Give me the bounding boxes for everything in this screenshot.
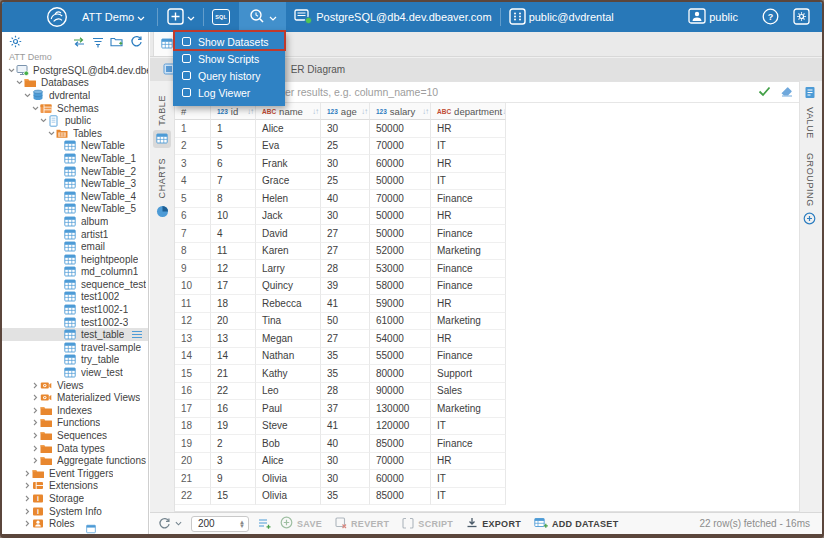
schema-selector[interactable]: public@dvdrental (505, 2, 618, 32)
chevron-open-icon[interactable] (22, 93, 32, 98)
grid-cell[interactable]: 60000 (370, 470, 431, 488)
refresh-icon[interactable] (130, 34, 143, 52)
grid-cell[interactable]: Finance (431, 190, 506, 208)
tree-item-materialized-views[interactable]: Materialized Views (2, 391, 148, 404)
tree-item-tables[interactable]: Tables (2, 127, 148, 140)
sort-icon[interactable]: ↓↑ (361, 107, 369, 116)
chevron-open-icon[interactable] (46, 131, 56, 136)
checkbox-icon[interactable] (182, 37, 191, 46)
stepper-arrows-icon[interactable]: ▲▼ (239, 520, 248, 528)
grid-cell[interactable]: Karen (256, 243, 321, 261)
tree-item-album[interactable]: album (2, 215, 148, 228)
grid-cell[interactable]: 25 (321, 173, 370, 191)
grid-cell[interactable]: 35 (321, 488, 370, 506)
checkbox-icon[interactable] (182, 71, 191, 80)
grid-cell[interactable]: HR (431, 453, 506, 471)
chevron-closed-icon[interactable] (30, 394, 40, 401)
grid-cell[interactable]: 41 (321, 418, 370, 436)
grid-cell[interactable]: 50000 (370, 173, 431, 191)
grid-cell[interactable]: 18 (211, 295, 256, 313)
tree-item-sequence-test[interactable]: sequence_test (2, 278, 148, 291)
grid-cell[interactable]: Sales (431, 383, 506, 401)
tree-item-data-types[interactable]: Data types (2, 442, 148, 455)
tools-menu-button[interactable] (239, 2, 286, 32)
grid-cell[interactable]: 15 (211, 488, 256, 506)
chevron-closed-icon[interactable] (22, 470, 32, 477)
grid-cell[interactable]: 9 (211, 470, 256, 488)
grid-cell[interactable]: Support (431, 365, 506, 383)
grid-cell[interactable]: Jack (256, 208, 321, 226)
tree-item-databases[interactable]: Databases (2, 77, 148, 90)
grid-cell[interactable]: 16 (211, 400, 256, 418)
sql-editor-button[interactable]: SQL (208, 2, 234, 32)
grid-cell[interactable]: Leo (256, 383, 321, 401)
grid-cell[interactable]: Helen (256, 190, 321, 208)
connection-selector[interactable]: PostgreSQL@db4.dev.dbeaver.com (290, 2, 495, 32)
grid-cell[interactable]: 27 (321, 225, 370, 243)
grid-cell[interactable]: Rebecca (256, 295, 321, 313)
grid-cell[interactable]: 28 (321, 383, 370, 401)
grid-cell[interactable]: Bob (256, 435, 321, 453)
grid-cell[interactable]: 30 (321, 470, 370, 488)
tree-item-views[interactable]: Views (2, 379, 148, 392)
grid-cell[interactable]: Grace (256, 173, 321, 191)
apply-filter-check-icon[interactable] (758, 83, 771, 101)
grid-cell[interactable]: 59000 (370, 295, 431, 313)
grid-cell[interactable]: Kathy (256, 365, 321, 383)
grid-cell[interactable]: 2 (211, 435, 256, 453)
menu-item-show-datasets[interactable]: Show Datasets (173, 33, 285, 50)
save-button[interactable]: SAVE (280, 516, 322, 531)
grid-cell[interactable]: Marketing (431, 243, 506, 261)
grid-cell[interactable]: 30 (321, 453, 370, 471)
grid-cell[interactable]: 25 (321, 138, 370, 156)
chevron-closed-icon[interactable] (30, 382, 40, 389)
grid-cell[interactable]: Finance (431, 278, 506, 296)
chevron-closed-icon[interactable] (30, 407, 40, 414)
add-dataset-button[interactable]: ADD DATASET (534, 517, 618, 531)
grid-cell[interactable]: 130000 (370, 400, 431, 418)
grid-cell[interactable]: 8 (211, 190, 256, 208)
grid-cell[interactable]: 14 (211, 348, 256, 366)
grid-cell[interactable]: IT (431, 470, 506, 488)
grid-cell[interactable]: Alice (256, 453, 321, 471)
grid-cell[interactable]: Marketing (431, 400, 506, 418)
tree-item-travel-sample[interactable]: travel-sample (2, 341, 148, 354)
grid-cell[interactable]: HR (431, 208, 506, 226)
grid-cell[interactable]: 20 (211, 313, 256, 331)
grid-cell[interactable]: Finance (431, 435, 506, 453)
grid-cell[interactable]: 39 (321, 278, 370, 296)
grid-cell[interactable]: 70000 (370, 453, 431, 471)
add-row-button[interactable] (258, 518, 271, 530)
grid-cell[interactable]: 35 (321, 365, 370, 383)
grid-cell[interactable]: IT (431, 173, 506, 191)
grid-cell[interactable]: 40 (321, 435, 370, 453)
grid-cell[interactable]: Nathan (256, 348, 321, 366)
chevron-closed-icon[interactable] (22, 482, 32, 489)
grid-cell[interactable]: Alice (256, 120, 321, 138)
grid-cell[interactable]: 30 (321, 208, 370, 226)
help-button[interactable]: ? (758, 2, 783, 32)
menu-item-show-scripts[interactable]: Show Scripts (173, 50, 285, 67)
grid-cell[interactable]: 53000 (370, 260, 431, 278)
grid-cell[interactable]: 60000 (370, 155, 431, 173)
grid-cell[interactable]: 12 (211, 260, 256, 278)
grid-cell[interactable]: Olivia (256, 488, 321, 506)
grid-cell[interactable]: 13 (211, 330, 256, 348)
checkbox-icon[interactable] (182, 54, 191, 63)
panel-tab-value[interactable]: VALUE (804, 85, 816, 139)
tree-item-newtable-4[interactable]: NewTable_4 (2, 190, 148, 203)
chevron-closed-icon[interactable] (30, 457, 40, 464)
grid-cell[interactable]: 70000 (370, 190, 431, 208)
tree-item-schemas[interactable]: Schemas (2, 102, 148, 115)
grid-cell[interactable]: 54000 (370, 330, 431, 348)
tree-item-test1002-1[interactable]: test1002-1 (2, 303, 148, 316)
grid-cell[interactable]: Tina (256, 313, 321, 331)
column-header-department[interactable]: ABCdepartment↓↑ (431, 103, 506, 120)
tree-item-newtable-5[interactable]: NewTable_5 (2, 203, 148, 216)
tree-item-event-triggers[interactable]: Event Triggers (2, 467, 148, 480)
grid-cell[interactable]: 30 (321, 155, 370, 173)
tree-item-public[interactable]: public (2, 114, 148, 127)
grid-cell[interactable]: Megan (256, 330, 321, 348)
column-header-salary[interactable]: 123salary↓↑ (370, 103, 431, 120)
grid-cell[interactable]: Eva (256, 138, 321, 156)
